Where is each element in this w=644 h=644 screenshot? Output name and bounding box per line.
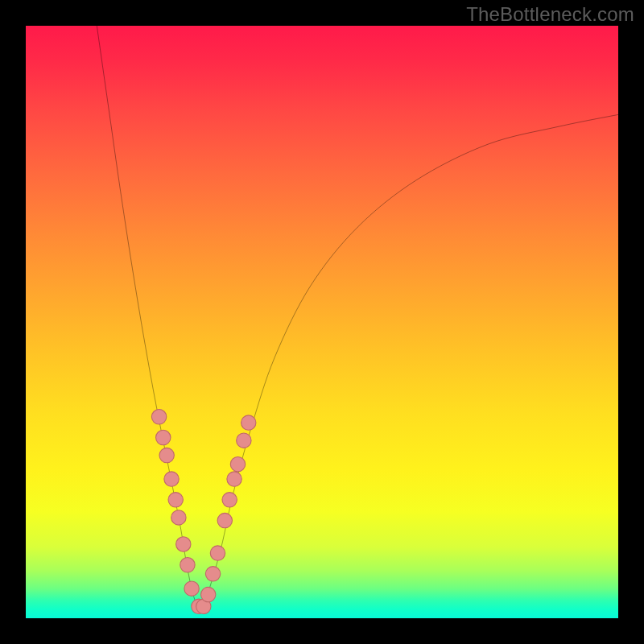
marker-dot (205, 567, 220, 581)
marker-dot (164, 472, 179, 486)
marker-dot (184, 581, 199, 596)
marker-dot (217, 513, 232, 527)
marker-dot (222, 493, 237, 507)
marker-dot (151, 410, 166, 424)
marker-dot (180, 558, 195, 572)
curve-layer (26, 26, 618, 618)
marker-dot (237, 433, 251, 448)
marker-dot (171, 510, 186, 525)
marker-dot (159, 448, 174, 462)
marker-dot (210, 546, 225, 560)
marker-dot (176, 537, 191, 551)
marker-points (151, 410, 256, 614)
marker-dot (156, 430, 171, 444)
marker-dot (200, 587, 215, 601)
chart-frame: TheBottleneck.com (0, 0, 644, 644)
marker-dot (242, 415, 256, 430)
marker-dot (230, 456, 245, 471)
plot-area (26, 26, 618, 618)
marker-dot (168, 493, 183, 507)
marker-dot (227, 472, 242, 486)
watermark-text: TheBottleneck.com (466, 3, 634, 26)
